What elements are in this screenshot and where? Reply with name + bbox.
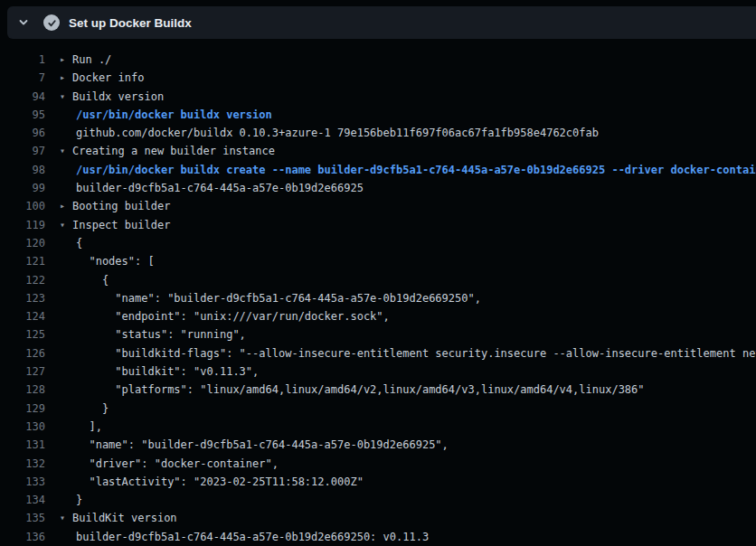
- log-line[interactable]: 119▾Inspect builder: [0, 216, 756, 234]
- triangle-down-icon[interactable]: ▾: [60, 216, 72, 234]
- log-line: 132 "driver": "docker-container",: [0, 455, 756, 473]
- log-output-text: "nodes": [: [45, 252, 155, 270]
- log-line[interactable]: 135▾BuildKit version: [0, 509, 756, 527]
- line-number[interactable]: 95: [0, 106, 45, 124]
- line-number[interactable]: 135: [0, 509, 45, 527]
- line-number[interactable]: 134: [0, 491, 45, 509]
- log-output-text: ],: [45, 418, 102, 436]
- line-number[interactable]: 129: [0, 400, 45, 418]
- log-command-text: /usr/bin/docker buildx create --name bui…: [45, 161, 756, 179]
- step-title: Set up Docker Buildx: [69, 16, 192, 30]
- line-number[interactable]: 1: [0, 51, 45, 69]
- log-line: 120{: [0, 234, 756, 252]
- log-line: 134}: [0, 491, 756, 509]
- log-line: 129 }: [0, 400, 756, 418]
- log-output-text: "status": "running",: [45, 325, 246, 344]
- line-number[interactable]: 97: [0, 142, 45, 160]
- line-number[interactable]: 119: [0, 216, 45, 234]
- log-line: 136builder-d9cfb5a1-c764-445a-a57e-0b19d…: [0, 528, 756, 546]
- log-line: 131 "name": "builder-d9cfb5a1-c764-445a-…: [0, 436, 756, 454]
- line-number[interactable]: 96: [0, 124, 45, 142]
- log-line[interactable]: 94▾Buildx version: [0, 88, 756, 106]
- check-circle-icon: [43, 14, 60, 31]
- log-line: 124 "endpoint": "unix:///var/run/docker.…: [0, 307, 756, 325]
- group-title[interactable]: Buildx version: [72, 88, 164, 106]
- triangle-right-icon[interactable]: ▸: [60, 197, 72, 215]
- line-number[interactable]: 125: [0, 325, 45, 344]
- line-number[interactable]: 94: [0, 88, 45, 106]
- log-line[interactable]: 100▸Booting builder: [0, 197, 756, 215]
- log-output-text: "buildkit": "v0.11.3",: [45, 362, 259, 381]
- log-line: 126 "buildkitd-flags": "--allow-insecure…: [0, 344, 756, 362]
- log-line: 133 "lastActivity": "2023-02-25T11:58:12…: [0, 473, 756, 491]
- group-title[interactable]: Booting builder: [72, 197, 170, 215]
- log-line: 96github.com/docker/buildx 0.10.3+azure-…: [0, 124, 756, 142]
- log-output-text: "driver": "docker-container",: [45, 455, 279, 473]
- log-lines: 1▸Run ./7▸Docker info94▾Buildx version95…: [0, 51, 756, 546]
- step-header[interactable]: Set up Docker Buildx: [7, 6, 756, 39]
- line-number[interactable]: 133: [0, 473, 45, 491]
- chevron-down-icon[interactable]: [18, 17, 29, 28]
- line-number[interactable]: 126: [0, 344, 45, 362]
- line-number[interactable]: 136: [0, 528, 45, 546]
- log-line: 123 "name": "builder-d9cfb5a1-c764-445a-…: [0, 289, 756, 307]
- group-title[interactable]: Run ./: [72, 51, 111, 69]
- log-line: 99builder-d9cfb5a1-c764-445a-a57e-0b19d2…: [0, 179, 756, 197]
- line-number[interactable]: 122: [0, 271, 45, 289]
- log-output-text: {: [45, 234, 82, 252]
- line-number[interactable]: 127: [0, 362, 45, 381]
- log-output-text: "name": "builder-d9cfb5a1-c764-445a-a57e…: [45, 289, 481, 307]
- log-line[interactable]: 1▸Run ./: [0, 51, 756, 69]
- line-number[interactable]: 121: [0, 252, 45, 270]
- line-number[interactable]: 7: [0, 69, 45, 87]
- log-output-text: }: [45, 491, 82, 509]
- triangle-down-icon[interactable]: ▾: [60, 88, 72, 106]
- log-output-text: {: [45, 271, 109, 289]
- log-output-text: builder-d9cfb5a1-c764-445a-a57e-0b19d2e6…: [45, 528, 429, 546]
- log-line[interactable]: 7▸Docker info: [0, 69, 756, 87]
- log-line: 95/usr/bin/docker buildx version: [0, 106, 756, 124]
- line-number[interactable]: 123: [0, 289, 45, 307]
- log-output-text: }: [45, 400, 109, 418]
- log-command-text: /usr/bin/docker buildx version: [45, 106, 272, 124]
- log-line: 128 "platforms": "linux/amd64,linux/amd6…: [0, 381, 756, 399]
- log-output-text: github.com/docker/buildx 0.10.3+azure-1 …: [45, 124, 599, 142]
- log-line: 125 "status": "running",: [0, 325, 756, 344]
- group-title[interactable]: Inspect builder: [72, 216, 170, 234]
- log-output-text: "buildkitd-flags": "--allow-insecure-ent…: [45, 344, 756, 362]
- triangle-right-icon[interactable]: ▸: [60, 69, 72, 87]
- line-number[interactable]: 130: [0, 418, 45, 436]
- log-output-text: builder-d9cfb5a1-c764-445a-a57e-0b19d2e6…: [45, 179, 364, 197]
- triangle-right-icon[interactable]: ▸: [60, 51, 72, 69]
- triangle-down-icon[interactable]: ▾: [60, 509, 72, 527]
- line-number[interactable]: 131: [0, 436, 45, 454]
- line-number[interactable]: 120: [0, 234, 45, 252]
- log-output-text: "platforms": "linux/amd64,linux/amd64/v2…: [45, 381, 645, 399]
- group-title[interactable]: Docker info: [72, 69, 144, 87]
- log-line: 127 "buildkit": "v0.11.3",: [0, 362, 756, 381]
- triangle-down-icon[interactable]: ▾: [60, 142, 72, 160]
- line-number[interactable]: 132: [0, 455, 45, 473]
- log-line: 121 "nodes": [: [0, 252, 756, 270]
- group-title[interactable]: BuildKit version: [72, 509, 177, 527]
- log-output-text: "lastActivity": "2023-02-25T11:58:12.000…: [45, 473, 364, 491]
- group-title[interactable]: Creating a new builder instance: [72, 142, 275, 160]
- line-number[interactable]: 128: [0, 381, 45, 399]
- line-number[interactable]: 99: [0, 179, 45, 197]
- log-line[interactable]: 97▾Creating a new builder instance: [0, 142, 756, 160]
- line-number[interactable]: 124: [0, 307, 45, 325]
- log-line: 130 ],: [0, 418, 756, 436]
- log-output-text: "endpoint": "unix:///var/run/docker.sock…: [45, 307, 390, 325]
- log-output-text: "name": "builder-d9cfb5a1-c764-445a-a57e…: [45, 436, 449, 454]
- line-number[interactable]: 98: [0, 161, 45, 179]
- line-number[interactable]: 100: [0, 197, 45, 215]
- log-line: 122 {: [0, 271, 756, 289]
- log-line: 98/usr/bin/docker buildx create --name b…: [0, 161, 756, 179]
